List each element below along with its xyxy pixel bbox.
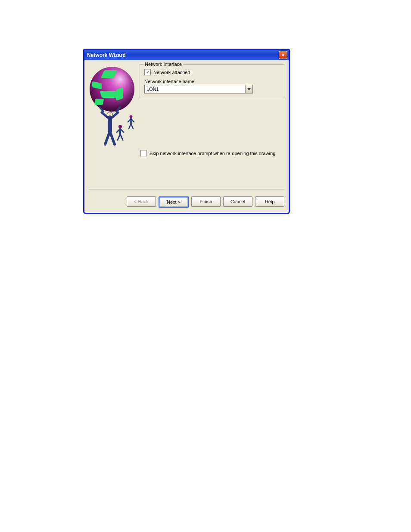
globe-icon [89,67,136,149]
help-button[interactable]: Help [255,196,284,207]
group-legend: Network Interface [143,62,183,67]
back-button-label: < Back [134,199,149,204]
spacer [89,196,124,208]
combo-dropdown-button[interactable] [245,85,252,93]
back-button: < Back [127,196,156,207]
cancel-button-label: Cancel [230,199,245,204]
network-attached-checkbox[interactable]: ✓ [144,69,151,75]
skip-prompt-checkbox[interactable] [140,150,147,156]
person-small-icon [115,124,125,141]
network-attached-label: Network attached [153,70,190,75]
network-attached-row: ✓ Network attached [144,69,280,75]
network-interface-group: Network Interface ✓ Network attached Net… [140,64,284,98]
dialog-body: Network Interface ✓ Network attached Net… [84,60,289,189]
close-icon: × [281,53,284,58]
window-title: Network Wizard [87,52,126,58]
button-row: < Back Next > Finish Cancel Help [84,192,289,213]
titlebar: Network Wizard × [84,50,289,60]
separator [89,189,284,190]
right-pane: Network Interface ✓ Network attached Net… [140,64,284,156]
globe-band [94,99,104,105]
skip-prompt-label: Skip network interface prompt when re-op… [149,151,275,156]
page: Network Wizard × [0,0,411,532]
skip-prompt-row: Skip network interface prompt when re-op… [140,150,284,156]
interface-name-combo[interactable]: LON1 [144,85,253,93]
network-wizard-dialog: Network Wizard × [83,49,290,214]
wizard-graphic [89,64,136,149]
finish-button-label: Finish [199,199,212,204]
interface-name-value: LON1 [145,85,245,93]
person-small-icon [127,115,135,130]
next-button[interactable]: Next > [159,196,189,208]
next-button-label: Next > [167,199,181,205]
chevron-down-icon [247,88,251,90]
interface-name-label: Network interface name [144,79,280,84]
check-icon: ✓ [146,70,149,75]
help-button-label: Help [265,199,275,204]
finish-button[interactable]: Finish [191,196,221,207]
cancel-button[interactable]: Cancel [223,196,252,207]
close-button[interactable]: × [279,51,287,59]
